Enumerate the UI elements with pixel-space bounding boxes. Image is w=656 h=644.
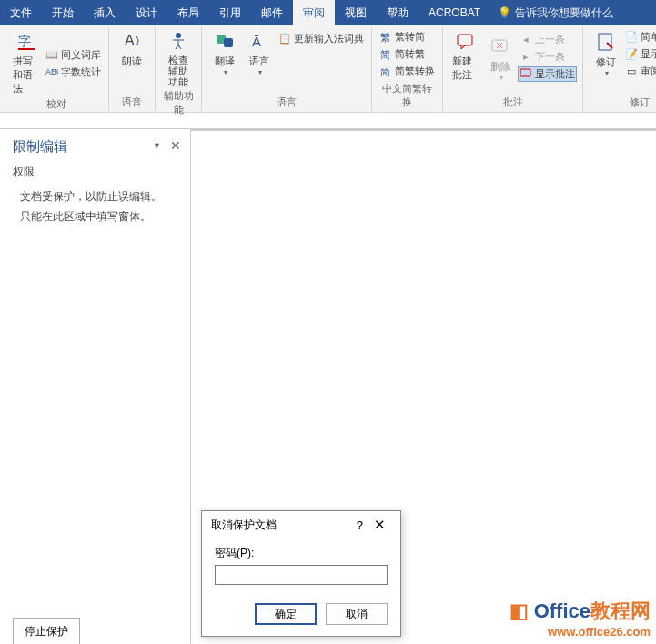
spelling-button[interactable]: 字 拼写和语法 bbox=[9, 29, 44, 97]
tab-references[interactable]: 引用 bbox=[209, 0, 251, 25]
tab-design[interactable]: 设计 bbox=[126, 0, 167, 25]
group-tracking-label: 修订 bbox=[589, 96, 656, 111]
read-aloud-button[interactable]: A 朗读 bbox=[115, 29, 149, 70]
tab-home[interactable]: 开始 bbox=[42, 0, 84, 25]
svg-text:A: A bbox=[125, 33, 135, 48]
display-mode-dropdown[interactable]: 📄简单标记▾ bbox=[623, 29, 656, 45]
svg-rect-10 bbox=[458, 35, 472, 45]
svg-rect-12 bbox=[520, 69, 530, 76]
book-icon: 📖 bbox=[45, 48, 58, 61]
language-icon: Ā bbox=[249, 31, 269, 51]
tab-layout[interactable]: 布局 bbox=[167, 0, 209, 25]
thesaurus-button[interactable]: 📖同义词库 bbox=[44, 47, 103, 63]
sc2tc-label: 繁转简 bbox=[395, 30, 425, 44]
chevron-down-icon: ▾ bbox=[224, 68, 227, 76]
show-comments-button[interactable]: 显示批注 bbox=[518, 66, 577, 82]
show-markup-icon: 📝 bbox=[625, 48, 638, 61]
tab-acrobat[interactable]: ACROBAT bbox=[419, 0, 490, 25]
tab-insert[interactable]: 插入 bbox=[84, 0, 126, 25]
ruler bbox=[0, 113, 656, 129]
new-comment-button[interactable]: 新建批注 bbox=[449, 29, 483, 84]
dialog-close-button[interactable]: ✕ bbox=[368, 517, 391, 533]
track-changes-button[interactable]: 修订▾ bbox=[589, 29, 623, 79]
chevron-down-icon: ▾ bbox=[605, 69, 609, 77]
wordcount-button[interactable]: ABC字数统计 bbox=[44, 65, 103, 80]
group-comments-label: 批注 bbox=[449, 96, 577, 111]
reviewing-pane-label: 审阅窗格 bbox=[641, 65, 656, 78]
delete-comment-icon bbox=[490, 36, 510, 56]
tell-me[interactable]: 💡 告诉我你想要做什么 bbox=[498, 5, 613, 21]
wm-text-b: 教程网 bbox=[590, 599, 651, 622]
delete-comment-button[interactable]: 删除▾ bbox=[483, 29, 518, 84]
traditional-icon: 简 bbox=[379, 48, 392, 61]
group-accessibility: 检查辅助功能 辅助功能 bbox=[156, 27, 202, 111]
check-accessibility-button[interactable]: 检查辅助功能 bbox=[161, 29, 196, 89]
svg-text:繁: 繁 bbox=[380, 32, 390, 43]
tab-file[interactable]: 文件 bbox=[0, 0, 42, 25]
show-markup-button[interactable]: 📝显示标记▾ bbox=[623, 46, 656, 62]
pane-close-button[interactable]: ✕ bbox=[170, 138, 181, 153]
tc2sc-button[interactable]: 简简转繁 bbox=[378, 46, 437, 62]
svg-text:简: 简 bbox=[380, 67, 389, 77]
reviewing-pane-button[interactable]: ▭审阅窗格▾ bbox=[623, 64, 656, 79]
pane-text-1: 文档受保护，以防止误编辑。 bbox=[13, 187, 177, 207]
sc2tc-button[interactable]: 繁繁转简 bbox=[378, 29, 437, 45]
dialog-title: 取消保护文档 bbox=[211, 518, 351, 533]
translate-label: 翻译 bbox=[215, 55, 235, 68]
translate-button[interactable]: 翻译▾ bbox=[207, 29, 242, 78]
next-comment-button[interactable]: ▸下一条 bbox=[518, 49, 577, 65]
unprotect-dialog: 取消保护文档 ? ✕ 密码(P): 确定 取消 bbox=[201, 510, 401, 637]
update-ime-label: 更新输入法词典 bbox=[294, 32, 364, 45]
ribbon: 字 拼写和语法 📖同义词库 ABC字数统计 校对 A 朗读 语音 检查辅助功能 … bbox=[0, 25, 656, 113]
tab-mailings[interactable]: 邮件 bbox=[251, 0, 293, 25]
svg-rect-5 bbox=[224, 38, 233, 47]
display-mode-label: 简单标记 bbox=[641, 30, 656, 44]
update-ime-button[interactable]: 📋更新输入法词典 bbox=[277, 31, 366, 46]
read-aloud-label: 朗读 bbox=[122, 55, 142, 68]
accessibility-icon bbox=[168, 31, 188, 51]
tell-me-label: 告诉我你想要做什么 bbox=[515, 5, 613, 21]
delete-comment-label: 删除 bbox=[490, 60, 510, 74]
dialog-help-button[interactable]: ? bbox=[351, 518, 368, 532]
convert-icon: 简 bbox=[379, 65, 392, 78]
pane-menu-button[interactable]: ▼ bbox=[153, 141, 161, 150]
menu-bar: 文件 开始 插入 设计 布局 引用 邮件 审阅 视图 帮助 ACROBAT 💡 … bbox=[0, 0, 656, 25]
show-markup-label: 显示标记 bbox=[641, 47, 656, 61]
abc-icon: ABC bbox=[45, 65, 58, 78]
group-language: 翻译▾ Ā 语言▾ 📋更新输入法词典 语言 bbox=[202, 27, 372, 111]
convert-button[interactable]: 简简繁转换 bbox=[378, 64, 437, 79]
group-speech-label: 语音 bbox=[115, 96, 149, 111]
group-speech: A 朗读 语音 bbox=[109, 27, 156, 111]
simplified-icon: 繁 bbox=[379, 31, 392, 44]
group-proofing: 字 拼写和语法 📖同义词库 ABC字数统计 校对 bbox=[4, 27, 109, 111]
cancel-button[interactable]: 取消 bbox=[326, 603, 388, 625]
password-input[interactable] bbox=[215, 565, 388, 585]
svg-text:字: 字 bbox=[18, 34, 31, 48]
new-comment-label: 新建批注 bbox=[452, 55, 479, 82]
svg-text:ABC: ABC bbox=[45, 67, 58, 76]
tab-view[interactable]: 视图 bbox=[335, 0, 377, 25]
pane-icon: ▭ bbox=[625, 65, 638, 78]
svg-text:简: 简 bbox=[380, 49, 390, 60]
tab-review[interactable]: 审阅 bbox=[293, 0, 335, 25]
pane-subtitle: 权限 bbox=[13, 165, 177, 180]
group-proofing-label: 校对 bbox=[9, 97, 103, 113]
next-icon: ▸ bbox=[520, 50, 532, 63]
stop-protection-button[interactable]: 停止保护 bbox=[13, 618, 80, 644]
restrict-editing-pane: 限制编辑 ▼ ✕ 权限 文档受保护，以防止误编辑。 只能在此区域中填写窗体。 停… bbox=[0, 129, 191, 644]
ime-icon: 📋 bbox=[278, 33, 291, 45]
language-button[interactable]: Ā 语言▾ bbox=[242, 29, 277, 78]
show-comments-icon bbox=[520, 67, 532, 80]
group-tracking: 修订▾ 📄简单标记▾ 📝显示标记▾ ▭审阅窗格▾ 修订 bbox=[583, 27, 656, 111]
wm-url: www.office26.com bbox=[510, 625, 651, 639]
prev-comment-label: 上一条 bbox=[535, 33, 565, 46]
convert-label: 简繁转换 bbox=[395, 65, 435, 78]
prev-comment-button[interactable]: ◂上一条 bbox=[518, 32, 577, 47]
wm-text-a: Office bbox=[534, 599, 590, 622]
svg-rect-13 bbox=[599, 34, 611, 50]
markup-icon: 📄 bbox=[625, 31, 638, 44]
ok-button[interactable]: 确定 bbox=[255, 603, 317, 625]
tab-help[interactable]: 帮助 bbox=[377, 0, 419, 25]
svg-text:Ā: Ā bbox=[252, 34, 261, 49]
group-accessibility-label: 辅助功能 bbox=[161, 89, 196, 118]
